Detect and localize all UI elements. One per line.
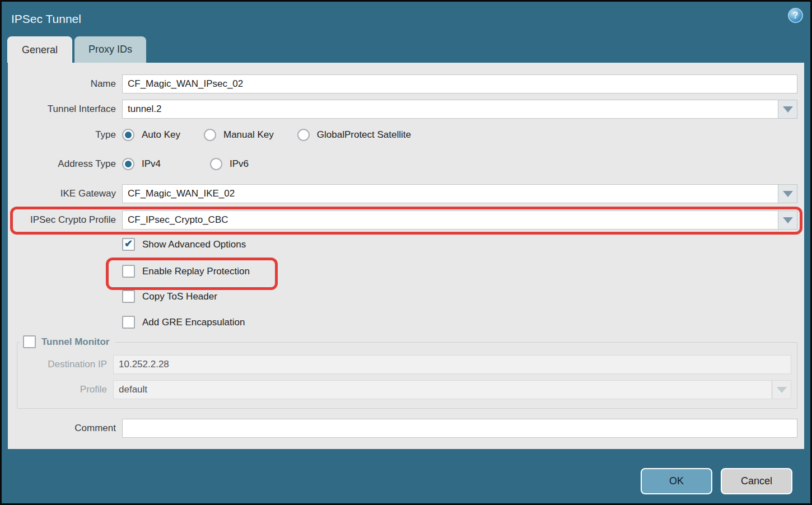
chevron-down-icon	[777, 387, 787, 393]
ipsec-crypto-profile-field	[122, 211, 797, 230]
tab-bar: General Proxy IDs	[2, 36, 810, 63]
comment-field	[122, 419, 797, 438]
ike-gateway-row: IKE Gateway	[8, 184, 804, 203]
destination-ip-input	[114, 356, 791, 373]
address-type-option-ipv4: IPv4	[122, 158, 161, 170]
ike-gateway-label: IKE Gateway	[8, 188, 116, 199]
tunnel-interface-row: Tunnel Interface	[8, 100, 804, 119]
general-tab-panel: Name Tunnel Interface Type Auto Key	[8, 63, 804, 449]
tab-proxy-ids[interactable]: Proxy IDs	[74, 36, 146, 63]
show-advanced-options-row: Show Advanced Options	[122, 238, 804, 251]
type-label: Type	[8, 129, 116, 141]
add-gre-encapsulation-label: Add GRE Encapsulation	[142, 317, 245, 328]
copy-tos-header-label: Copy ToS Header	[142, 291, 217, 302]
chevron-down-icon	[783, 191, 793, 197]
ike-gateway-field	[122, 184, 797, 203]
address-type-options: IPv4 IPv6	[122, 158, 272, 170]
comment-row: Comment	[8, 419, 804, 438]
enable-replay-protection-row: Enable Replay Protection	[122, 265, 804, 278]
titlebar: IPSec Tunnel	[2, 2, 810, 36]
ike-gateway-input[interactable]	[123, 185, 778, 203]
manual-key-label: Manual Key	[223, 129, 274, 141]
help-icon[interactable]: ?	[788, 8, 803, 23]
address-type-option-ipv6: IPv6	[210, 158, 249, 170]
footer: OK Cancel	[641, 468, 792, 494]
ike-gateway-dropdown-button[interactable]	[778, 185, 797, 203]
ipsec-crypto-profile-dropdown-button[interactable]	[778, 211, 797, 229]
ipv6-radio[interactable]	[210, 158, 222, 170]
profile-label: Profile	[17, 384, 107, 395]
enable-replay-protection-label: Enable Replay Protection	[142, 266, 250, 277]
show-advanced-options-label: Show Advanced Options	[142, 239, 246, 250]
comment-input[interactable]	[123, 419, 797, 437]
tunnel-interface-label: Tunnel Interface	[8, 104, 116, 115]
name-input[interactable]	[123, 75, 797, 93]
tunnel-interface-dropdown-button[interactable]	[778, 100, 797, 118]
ipsec-crypto-profile-input[interactable]	[123, 211, 778, 229]
tunnel-monitor-group: Tunnel Monitor Destination IP Profile	[17, 342, 797, 409]
tunnel-interface-input[interactable]	[123, 100, 778, 118]
comment-label: Comment	[8, 423, 116, 434]
tunnel-interface-field	[122, 100, 797, 119]
dialog-title: IPSec Tunnel	[11, 12, 81, 26]
chevron-down-icon	[783, 217, 793, 223]
copy-tos-header-row: Copy ToS Header	[122, 290, 804, 303]
add-gre-encapsulation-checkbox[interactable]	[122, 316, 135, 329]
show-advanced-options-checkbox[interactable]	[122, 238, 135, 251]
add-gre-encapsulation-row: Add GRE Encapsulation	[122, 316, 804, 329]
chevron-down-icon	[783, 106, 793, 113]
cancel-button[interactable]: Cancel	[721, 468, 792, 494]
ok-button[interactable]: OK	[641, 468, 712, 494]
name-row: Name	[8, 74, 804, 93]
auto-key-radio[interactable]	[122, 129, 134, 141]
tunnel-monitor-label: Tunnel Monitor	[41, 336, 110, 348]
ipsec-crypto-profile-row: IPSec Crypto Profile	[8, 211, 804, 230]
tab-general[interactable]: General	[7, 36, 72, 63]
ipsec-tunnel-dialog: IPSec Tunnel ? General Proxy IDs Name Tu…	[0, 0, 812, 505]
name-field	[122, 74, 797, 93]
auto-key-label: Auto Key	[142, 129, 180, 141]
profile-input	[114, 381, 772, 399]
type-option-manual-key: Manual Key	[204, 129, 274, 141]
address-type-label: Address Type	[8, 158, 116, 170]
profile-field	[113, 380, 791, 399]
ipv4-label: IPv4	[142, 158, 161, 170]
ipsec-crypto-profile-label: IPSec Crypto Profile	[8, 214, 116, 226]
destination-ip-label: Destination IP	[17, 359, 107, 370]
tunnel-monitor-checkbox[interactable]	[23, 335, 36, 348]
enable-replay-protection-checkbox[interactable]	[122, 265, 135, 278]
globalprotect-satellite-radio[interactable]	[297, 129, 310, 141]
type-option-globalprotect-satellite: GlobalProtect Satellite	[297, 129, 411, 141]
address-type-row: Address Type IPv4 IPv6	[8, 157, 804, 171]
globalprotect-satellite-label: GlobalProtect Satellite	[317, 129, 411, 141]
copy-tos-header-checkbox[interactable]	[122, 290, 135, 303]
tunnel-monitor-legend: Tunnel Monitor	[20, 335, 115, 348]
destination-ip-field	[113, 355, 791, 374]
type-options: Auto Key Manual Key GlobalProtect Satell…	[122, 129, 435, 141]
profile-dropdown-button	[772, 381, 791, 399]
ipv6-label: IPv6	[230, 158, 249, 170]
destination-ip-row: Destination IP	[17, 355, 797, 374]
type-option-auto-key: Auto Key	[122, 129, 180, 141]
ipv4-radio[interactable]	[122, 158, 134, 170]
profile-row: Profile	[17, 380, 797, 399]
manual-key-radio[interactable]	[204, 129, 216, 141]
name-label: Name	[8, 78, 116, 90]
type-row: Type Auto Key Manual Key GlobalProtect S…	[8, 128, 804, 142]
